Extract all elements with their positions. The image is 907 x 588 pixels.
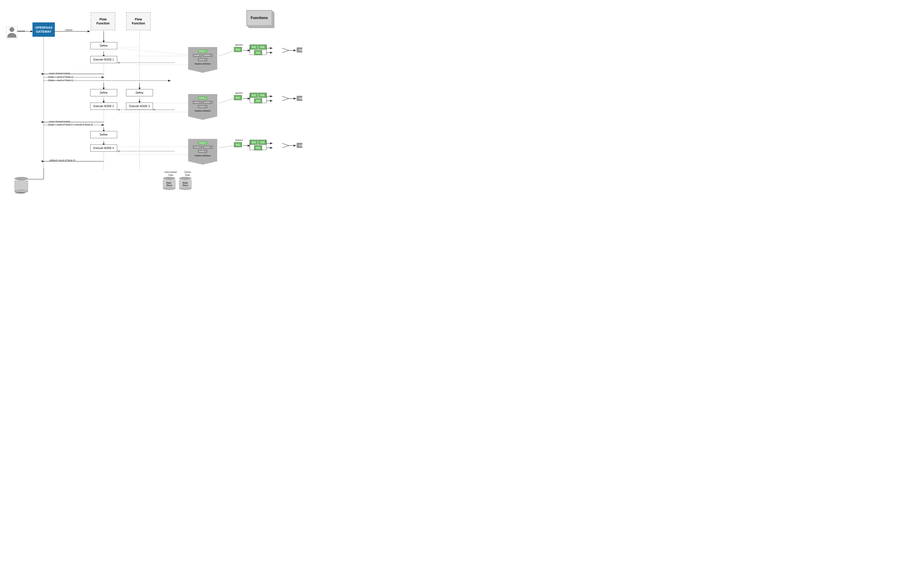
fn6-box-2: fn6 (297, 96, 302, 101)
svg-line-41 (282, 48, 289, 50)
define-box-2a: Define (90, 89, 117, 96)
global-state-label: GlobalState (180, 171, 195, 176)
architecture-diagram: request OPENFAAS GATEWAY request FlowFun… (0, 0, 302, 196)
fn1-box-3: fn1 (234, 142, 242, 147)
database-label: Database (12, 192, 28, 194)
define-box-3: Define (90, 131, 117, 138)
execute-node3: Execute NODE 3 (126, 103, 153, 110)
pipeline-def-3: NODE 1 NODE 2 NODE 3 NODE 4 Pipeline Def… (188, 139, 217, 161)
execute-node4: Execute NODE 4 (90, 144, 117, 152)
pipeline-def-2: NODE 1 NODE 2 NODE 3 NODE 4 Pipeline Def… (188, 94, 217, 117)
gateway-box: OPENFAAS GATEWAY (32, 22, 55, 37)
flow-function-2: FlowFunction (126, 12, 151, 30)
pipeline-2-label: pipeline (235, 92, 243, 94)
data-store: DataStore (163, 177, 175, 190)
svg-line-42 (282, 50, 289, 53)
svg-point-67 (10, 27, 14, 32)
svg-line-51 (282, 96, 289, 99)
define-box-1: Define (90, 42, 117, 49)
database-icon (14, 177, 28, 193)
async-forward-1-label: async forward (state) (49, 72, 70, 75)
pipeline-1-label: pipeline (235, 44, 243, 46)
intermediate-data-label: IntermediateData (163, 171, 178, 176)
fn6-box-1: fn6 (297, 48, 302, 53)
fn1-box-2: fn1 (234, 95, 242, 100)
svg-line-61 (282, 143, 289, 146)
svg-line-64 (220, 50, 234, 56)
svg-line-32 (118, 48, 188, 55)
pipeline-def-1: NODE 1 NODE 2 NODE 3 NODE 4 Pipeline Def… (188, 47, 217, 69)
request-arrow-label: request (65, 29, 72, 31)
state-node1-label: {State + result of Node 1} (48, 76, 73, 78)
svg-line-65 (220, 99, 234, 103)
pipeline-3-label: pipeline (235, 139, 243, 141)
callback-label: callback (result of Node 4) (49, 159, 75, 162)
state-node1b-label: {State + result of Node 1} (48, 79, 73, 82)
fn6-box-3: fn6 (297, 143, 302, 148)
request-label-user: request (18, 30, 25, 32)
fn1-box-1: fn1 (234, 47, 242, 52)
svg-line-52 (282, 99, 289, 101)
fn23-group-2: fn2 fn3 fn5 (250, 93, 266, 103)
user-icon (6, 26, 18, 39)
svg-line-62 (282, 146, 289, 148)
fn23-group-3: fn2 fn3 fn5 (250, 140, 266, 150)
functions-stack: Functions (246, 10, 276, 29)
fn23-group-1: fn2 fn3 fn5 (250, 45, 266, 55)
define-box-2b: Define (126, 89, 153, 96)
state-store: StateStore (179, 177, 191, 190)
state-node23-label: {State + result of Node 2 + reszult of N… (48, 123, 93, 126)
svg-line-66 (220, 146, 234, 148)
execute-node1: Execute NODE 1 (90, 56, 117, 63)
flow-function-1: FlowFunction (91, 12, 115, 30)
execute-node2: Execute NODE 2 (90, 103, 117, 110)
async-forward-2-label: async forward (state) (49, 120, 70, 123)
